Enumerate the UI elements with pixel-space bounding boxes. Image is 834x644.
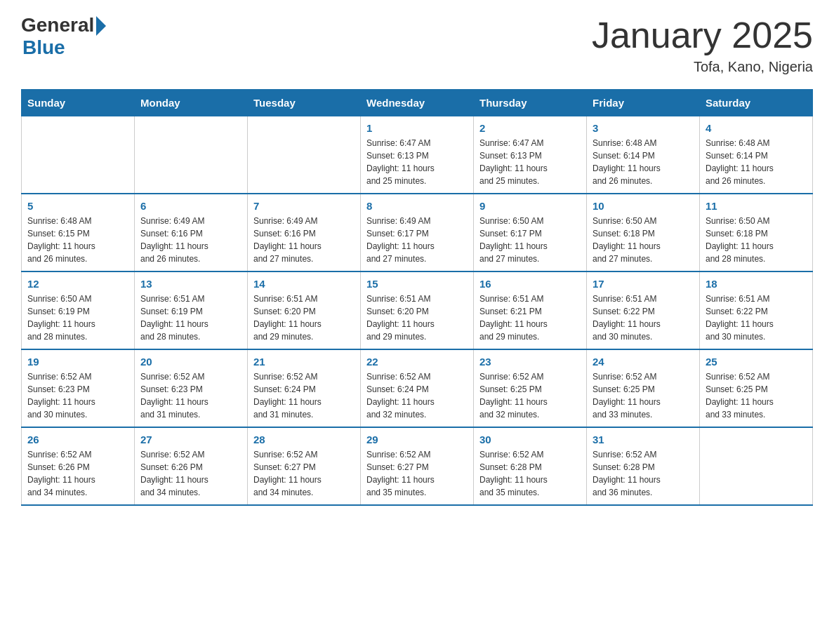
calendar-cell: 25Sunrise: 6:52 AM Sunset: 6:25 PM Dayli… <box>700 349 813 427</box>
calendar-cell: 10Sunrise: 6:50 AM Sunset: 6:18 PM Dayli… <box>587 194 700 271</box>
calendar-cell: 27Sunrise: 6:52 AM Sunset: 6:26 PM Dayli… <box>135 427 248 505</box>
day-info: Sunrise: 6:50 AM Sunset: 6:18 PM Dayligh… <box>706 215 807 265</box>
logo-blue-text: Blue <box>22 36 65 59</box>
day-number: 26 <box>27 434 128 445</box>
calendar-week-row: 19Sunrise: 6:52 AM Sunset: 6:23 PM Dayli… <box>22 349 813 427</box>
calendar-week-row: 26Sunrise: 6:52 AM Sunset: 6:26 PM Dayli… <box>22 427 813 505</box>
day-number: 7 <box>253 200 355 212</box>
day-number: 15 <box>366 278 468 290</box>
calendar-cell: 7Sunrise: 6:49 AM Sunset: 6:16 PM Daylig… <box>248 194 361 271</box>
calendar-week-row: 5Sunrise: 6:48 AM Sunset: 6:15 PM Daylig… <box>22 194 813 271</box>
day-number: 14 <box>253 278 355 290</box>
day-number: 8 <box>366 200 468 212</box>
day-info: Sunrise: 6:52 AM Sunset: 6:24 PM Dayligh… <box>366 370 468 421</box>
title-block: January 2025 Tofa, Kano, Nigeria <box>592 14 813 75</box>
calendar-cell: 26Sunrise: 6:52 AM Sunset: 6:26 PM Dayli… <box>22 427 135 505</box>
weekday-header-thursday: Thursday <box>474 90 587 116</box>
day-info: Sunrise: 6:52 AM Sunset: 6:23 PM Dayligh… <box>140 370 241 421</box>
day-number: 30 <box>479 434 581 445</box>
weekday-header-tuesday: Tuesday <box>248 90 361 116</box>
weekday-header-friday: Friday <box>587 90 700 116</box>
day-number: 31 <box>593 434 694 445</box>
day-number: 9 <box>479 200 581 212</box>
day-info: Sunrise: 6:51 AM Sunset: 6:22 PM Dayligh… <box>706 293 807 343</box>
day-info: Sunrise: 6:52 AM Sunset: 6:26 PM Dayligh… <box>140 448 241 499</box>
day-number: 10 <box>593 200 694 212</box>
calendar-cell: 1Sunrise: 6:47 AM Sunset: 6:13 PM Daylig… <box>361 116 474 194</box>
calendar-location: Tofa, Kano, Nigeria <box>592 59 813 75</box>
calendar-table: SundayMondayTuesdayWednesdayThursdayFrid… <box>21 89 813 506</box>
day-info: Sunrise: 6:52 AM Sunset: 6:25 PM Dayligh… <box>479 370 581 421</box>
day-number: 21 <box>253 356 355 368</box>
page-header: General Blue January 2025 Tofa, Kano, Ni… <box>21 14 813 75</box>
calendar-title: January 2025 <box>592 14 813 56</box>
calendar-cell: 24Sunrise: 6:52 AM Sunset: 6:25 PM Dayli… <box>587 349 700 427</box>
day-number: 11 <box>706 200 807 212</box>
calendar-cell: 21Sunrise: 6:52 AM Sunset: 6:24 PM Dayli… <box>248 349 361 427</box>
calendar-cell <box>700 427 813 505</box>
weekday-header-monday: Monday <box>135 90 248 116</box>
day-info: Sunrise: 6:52 AM Sunset: 6:25 PM Dayligh… <box>593 370 694 421</box>
calendar-cell: 8Sunrise: 6:49 AM Sunset: 6:17 PM Daylig… <box>361 194 474 271</box>
day-number: 20 <box>140 356 241 368</box>
day-info: Sunrise: 6:47 AM Sunset: 6:13 PM Dayligh… <box>366 137 468 187</box>
day-number: 29 <box>366 434 468 445</box>
calendar-cell <box>135 116 248 194</box>
logo-general-text: General <box>21 14 94 36</box>
day-info: Sunrise: 6:49 AM Sunset: 6:17 PM Dayligh… <box>366 215 468 265</box>
day-info: Sunrise: 6:48 AM Sunset: 6:14 PM Dayligh… <box>706 137 807 187</box>
weekday-header-saturday: Saturday <box>700 90 813 116</box>
day-info: Sunrise: 6:52 AM Sunset: 6:23 PM Dayligh… <box>27 370 128 421</box>
calendar-cell: 22Sunrise: 6:52 AM Sunset: 6:24 PM Dayli… <box>361 349 474 427</box>
day-number: 6 <box>140 200 241 212</box>
calendar-week-row: 1Sunrise: 6:47 AM Sunset: 6:13 PM Daylig… <box>22 116 813 194</box>
calendar-cell: 23Sunrise: 6:52 AM Sunset: 6:25 PM Dayli… <box>474 349 587 427</box>
calendar-cell: 16Sunrise: 6:51 AM Sunset: 6:21 PM Dayli… <box>474 271 587 349</box>
day-info: Sunrise: 6:49 AM Sunset: 6:16 PM Dayligh… <box>253 215 355 265</box>
day-info: Sunrise: 6:52 AM Sunset: 6:27 PM Dayligh… <box>366 448 468 499</box>
day-info: Sunrise: 6:52 AM Sunset: 6:27 PM Dayligh… <box>253 448 355 499</box>
day-number: 5 <box>27 200 128 212</box>
day-info: Sunrise: 6:52 AM Sunset: 6:25 PM Dayligh… <box>706 370 807 421</box>
calendar-cell: 19Sunrise: 6:52 AM Sunset: 6:23 PM Dayli… <box>22 349 135 427</box>
day-number: 22 <box>366 356 468 368</box>
calendar-cell: 5Sunrise: 6:48 AM Sunset: 6:15 PM Daylig… <box>22 194 135 271</box>
logo-arrow-icon <box>96 16 106 36</box>
day-info: Sunrise: 6:52 AM Sunset: 6:28 PM Dayligh… <box>479 448 581 499</box>
calendar-cell: 4Sunrise: 6:48 AM Sunset: 6:14 PM Daylig… <box>700 116 813 194</box>
day-number: 12 <box>27 278 128 290</box>
day-number: 4 <box>706 122 807 134</box>
day-number: 16 <box>479 278 581 290</box>
day-info: Sunrise: 6:48 AM Sunset: 6:15 PM Dayligh… <box>27 215 128 265</box>
calendar-cell <box>22 116 135 194</box>
day-info: Sunrise: 6:51 AM Sunset: 6:19 PM Dayligh… <box>140 293 241 343</box>
calendar-cell <box>248 116 361 194</box>
day-info: Sunrise: 6:51 AM Sunset: 6:20 PM Dayligh… <box>253 293 355 343</box>
day-number: 13 <box>140 278 241 290</box>
day-number: 18 <box>706 278 807 290</box>
day-info: Sunrise: 6:49 AM Sunset: 6:16 PM Dayligh… <box>140 215 241 265</box>
day-number: 3 <box>593 122 694 134</box>
calendar-cell: 12Sunrise: 6:50 AM Sunset: 6:19 PM Dayli… <box>22 271 135 349</box>
calendar-cell: 15Sunrise: 6:51 AM Sunset: 6:20 PM Dayli… <box>361 271 474 349</box>
logo: General Blue <box>21 14 106 59</box>
calendar-cell: 9Sunrise: 6:50 AM Sunset: 6:17 PM Daylig… <box>474 194 587 271</box>
calendar-cell: 14Sunrise: 6:51 AM Sunset: 6:20 PM Dayli… <box>248 271 361 349</box>
weekday-header-row: SundayMondayTuesdayWednesdayThursdayFrid… <box>22 90 813 116</box>
day-info: Sunrise: 6:50 AM Sunset: 6:19 PM Dayligh… <box>27 293 128 343</box>
calendar-cell: 3Sunrise: 6:48 AM Sunset: 6:14 PM Daylig… <box>587 116 700 194</box>
day-number: 2 <box>479 122 581 134</box>
day-number: 17 <box>593 278 694 290</box>
calendar-cell: 29Sunrise: 6:52 AM Sunset: 6:27 PM Dayli… <box>361 427 474 505</box>
weekday-header-sunday: Sunday <box>22 90 135 116</box>
day-info: Sunrise: 6:50 AM Sunset: 6:18 PM Dayligh… <box>593 215 694 265</box>
calendar-cell: 2Sunrise: 6:47 AM Sunset: 6:13 PM Daylig… <box>474 116 587 194</box>
calendar-cell: 11Sunrise: 6:50 AM Sunset: 6:18 PM Dayli… <box>700 194 813 271</box>
day-number: 23 <box>479 356 581 368</box>
day-number: 1 <box>366 122 468 134</box>
day-number: 28 <box>253 434 355 445</box>
day-info: Sunrise: 6:52 AM Sunset: 6:24 PM Dayligh… <box>253 370 355 421</box>
day-number: 27 <box>140 434 241 445</box>
day-number: 24 <box>593 356 694 368</box>
calendar-cell: 20Sunrise: 6:52 AM Sunset: 6:23 PM Dayli… <box>135 349 248 427</box>
